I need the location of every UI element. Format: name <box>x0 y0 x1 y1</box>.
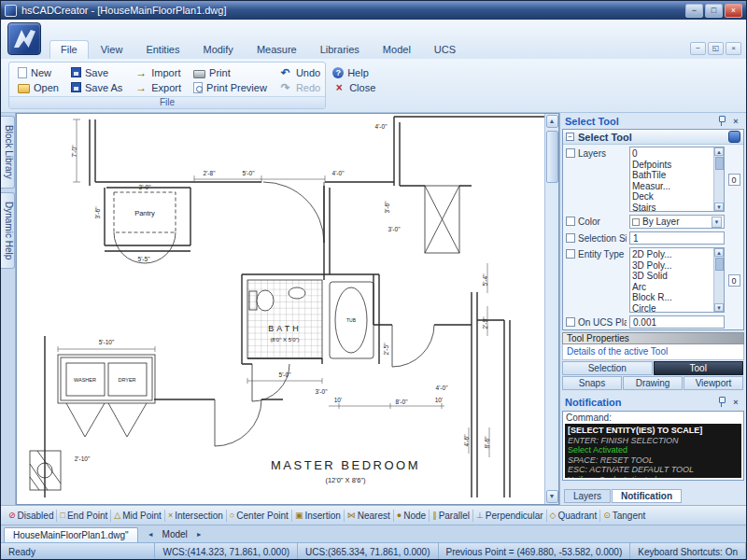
menu-tab-entities[interactable]: Entities <box>134 40 190 59</box>
color-combobox[interactable]: By Layer ▼ <box>629 215 725 229</box>
menu-tab-ucs[interactable]: UCS <box>423 40 467 59</box>
snap-nearest[interactable]: ⋈Nearest <box>345 511 393 521</box>
tab-viewport[interactable]: Viewport <box>684 376 743 390</box>
menu-tab-measure[interactable]: Measure <box>246 40 308 59</box>
layers-checkbox[interactable] <box>566 148 575 158</box>
layer-item[interactable]: Defpoints <box>632 160 712 171</box>
export-button[interactable]: →Export <box>133 80 183 94</box>
help-button[interactable]: ?Help <box>331 65 377 79</box>
close-window-button[interactable]: × <box>725 4 742 18</box>
mdi-close-button[interactable]: × <box>726 42 741 55</box>
tab-left-arrow-icon[interactable]: ◄ <box>148 531 154 538</box>
layer-item[interactable]: BathTile <box>632 170 712 181</box>
tab-tool[interactable]: Tool <box>654 361 744 375</box>
entity-list-scrollbar[interactable]: ▲ ▼ <box>713 248 724 312</box>
snap-intersection[interactable]: ×Intersection <box>165 511 226 521</box>
entity-type-item[interactable]: 2D Poly... <box>632 249 712 260</box>
scroll-up-arrow-icon[interactable]: ▲ <box>546 115 558 128</box>
open-button[interactable]: Open <box>16 80 61 94</box>
panel-options-button[interactable] <box>728 131 740 143</box>
entity-type-item[interactable]: Arc <box>632 282 712 293</box>
tab-drawing[interactable]: Drawing <box>623 376 683 390</box>
mdi-minimize-button[interactable]: − <box>690 42 706 55</box>
scroll-down-arrow-icon[interactable]: ▼ <box>714 303 724 312</box>
snap-quadrant[interactable]: ◇Quadrant <box>547 511 600 521</box>
collapse-icon[interactable]: − <box>566 133 574 141</box>
menu-tab-file[interactable]: File <box>49 40 89 59</box>
snap-disabled[interactable]: ⊘Disabled <box>6 511 56 521</box>
tab-snaps[interactable]: Snaps <box>562 376 622 390</box>
layer-item[interactable]: Stairs <box>632 203 712 212</box>
new-button[interactable]: New <box>16 65 61 79</box>
model-tab[interactable]: Model <box>158 529 192 539</box>
ribbon-button-label: Redo <box>296 82 320 93</box>
entity-type-item[interactable]: Circle <box>632 303 712 313</box>
snap-mid-point[interactable]: △Mid Point <box>111 511 164 521</box>
maximize-button[interactable]: □ <box>705 4 723 18</box>
pin-icon[interactable] <box>717 397 726 407</box>
scroll-up-arrow-icon[interactable]: ▲ <box>714 147 724 156</box>
notification-close-icon[interactable]: × <box>730 398 741 407</box>
tab-right-arrow-icon[interactable]: ► <box>196 531 203 538</box>
close-button[interactable]: ×Close <box>331 80 377 94</box>
menu-tab-model[interactable]: Model <box>372 40 422 59</box>
select-tool-close-icon[interactable]: × <box>730 117 741 126</box>
snap-node[interactable]: ●Node <box>394 511 429 521</box>
scroll-up-arrow-icon[interactable]: ▲ <box>714 248 724 257</box>
snap-insertion[interactable]: ▣Insertion <box>292 511 344 521</box>
entity-weight-value[interactable]: 0 <box>728 274 740 287</box>
chevron-down-icon[interactable]: ▼ <box>712 217 722 228</box>
undo-button[interactable]: ↶Undo <box>277 65 322 79</box>
redo-button[interactable]: ↷Redo <box>277 80 322 94</box>
print-preview-button[interactable]: Print Preview <box>191 80 269 94</box>
layer-item[interactable]: 0 <box>632 148 712 160</box>
menu-tab-libraries[interactable]: Libraries <box>309 40 371 59</box>
layer-item[interactable]: Deck <box>632 191 712 203</box>
print-button[interactable]: Print <box>191 65 269 79</box>
console-line: Select Activated <box>568 445 739 455</box>
scroll-thumb[interactable] <box>715 157 724 170</box>
sidebar-tab-dynamic-help[interactable]: Dynamic Help <box>1 192 15 269</box>
scroll-down-arrow-icon[interactable]: ▼ <box>714 203 724 211</box>
entity-type-checkbox[interactable] <box>566 249 575 259</box>
details-link[interactable]: Details of the active Tool <box>562 344 744 360</box>
snap-end-point[interactable]: □End Point <box>57 511 110 521</box>
entity-type-item[interactable]: 3D Poly... <box>632 260 712 272</box>
layers-list-scrollbar[interactable]: ▲ ▼ <box>713 147 724 211</box>
import-button[interactable]: →Import <box>133 65 183 79</box>
document-tab[interactable]: HouseMainFloorPlan1.dwg" <box>4 527 138 542</box>
scroll-thumb[interactable] <box>715 258 724 271</box>
layers-weight-value[interactable]: 0 <box>728 174 740 186</box>
tab-selection[interactable]: Selection <box>562 361 653 375</box>
mdi-restore-button[interactable]: ◱ <box>708 42 724 55</box>
pin-icon[interactable] <box>717 116 726 126</box>
menu-tab-view[interactable]: View <box>90 40 134 59</box>
layer-item[interactable]: Measur... <box>632 181 712 192</box>
color-checkbox[interactable] <box>566 217 575 226</box>
app-logo-icon[interactable] <box>7 22 41 55</box>
snap-center-point[interactable]: ○Center Point <box>227 511 291 521</box>
scroll-down-arrow-icon[interactable]: ▼ <box>546 490 558 503</box>
entity-type-item[interactable]: Block R... <box>632 292 712 303</box>
snap-perpendicular[interactable]: ⊥Perpendicular <box>473 511 546 521</box>
tab-notification[interactable]: Notification <box>612 489 682 503</box>
minimize-button[interactable]: − <box>685 4 703 18</box>
layers-listbox[interactable]: 0DefpointsBathTileMeasur...DeckStairs ▲ … <box>629 147 725 212</box>
snap-parallel[interactable]: ∥Parallel <box>430 511 472 521</box>
sidebar-tab-block-library[interactable]: Block Library <box>1 116 15 189</box>
drawing-canvas[interactable]: 7'-0"2'-8"5'-0"4'-0"3'-0"3'-6"5'-5"4'-0"… <box>16 113 559 505</box>
saveas-floppy-icon <box>71 82 81 92</box>
entity-type-item[interactable]: 3D Solid <box>632 271 712 282</box>
save-button[interactable]: Save <box>69 65 124 79</box>
entity-type-listbox[interactable]: 2D Poly...3D Poly...3D SolidArcBlock R..… <box>629 247 725 313</box>
ucs-plane-field[interactable]: 0.001 <box>629 315 725 329</box>
menu-tab-modify[interactable]: Modify <box>191 40 244 59</box>
selection-size-field[interactable]: 1 <box>629 231 725 245</box>
tab-layers[interactable]: Layers <box>564 489 611 503</box>
selection-size-checkbox[interactable] <box>566 233 575 243</box>
snap-tangent[interactable]: ⊙Tangent <box>600 511 648 521</box>
save-as-button[interactable]: Save As <box>69 80 124 94</box>
scroll-thumb[interactable] <box>546 131 558 183</box>
ucs-plane-checkbox[interactable] <box>566 317 575 327</box>
canvas-vertical-scrollbar[interactable]: ▲ ▼ <box>544 114 558 504</box>
